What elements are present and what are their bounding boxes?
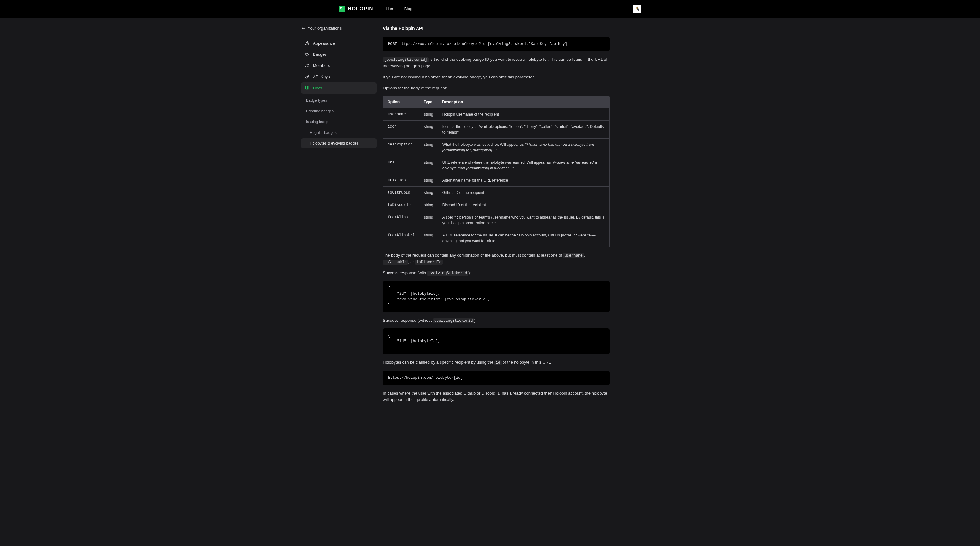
table-row: toGithubIdstringGithub ID of the recipie…: [383, 186, 610, 199]
sidebar-item-label: API Keys: [313, 74, 329, 80]
cell-description: Holopin username of the recipient: [438, 108, 609, 120]
sidebar-item-badges[interactable]: Badges: [301, 49, 377, 60]
cell-description: What the holobyte was issued for. Will a…: [438, 138, 609, 156]
users-icon: [305, 63, 310, 68]
avatar[interactable]: 🐧: [633, 5, 641, 13]
sidebar-item-label: Badges: [313, 51, 327, 58]
paragraph-options-intro: Options for the body of the request:: [383, 85, 610, 92]
cell-description: URL reference of where the holobyte was …: [438, 156, 609, 174]
cell-description: A specific person's or team's (user)name…: [438, 211, 609, 229]
subnav-regular-badges[interactable]: Regular badges: [301, 127, 377, 138]
table-row: usernamestringHolopin username of the re…: [383, 108, 610, 120]
th-description: Description: [438, 96, 609, 108]
table-row: toDiscordIdstringDiscord ID of the recip…: [383, 199, 610, 211]
cell-option: fromAlias: [383, 211, 419, 229]
inline-code: id: [495, 360, 501, 365]
code-claim-url: https://holopin.com/holobyte/[id]: [383, 371, 610, 385]
top-header: HOLOPIN Home Blog 🐧: [0, 0, 980, 17]
paragraph-auto-profile: In cases where the user with the associa…: [383, 390, 610, 403]
code-api-endpoint: POST https://www.holopin.io/api/holobyte…: [383, 37, 610, 51]
cell-option: urlAlias: [383, 174, 419, 186]
paragraph-claim: Holobytes can be claimed by a specific r…: [383, 359, 610, 366]
subnav-creating-badges[interactable]: Creating badges: [301, 106, 377, 116]
logo-icon: [339, 6, 345, 12]
cell-description: Github ID of the recipient: [438, 186, 609, 199]
book-icon: [305, 85, 310, 90]
table-row: urlAliasstringAlternative name for the U…: [383, 174, 610, 186]
options-table: Option Type Description usernamestringHo…: [383, 96, 610, 247]
inline-code: evolvingStickerid: [433, 318, 474, 324]
inline-code: toDiscordId: [415, 260, 442, 265]
paragraph-success-without: Success response (without evolvingSticke…: [383, 317, 610, 324]
table-row: urlstringURL reference of where the holo…: [383, 156, 610, 174]
th-option: Option: [383, 96, 419, 108]
table-row: fromAliasstringA specific person's or te…: [383, 211, 610, 229]
main-content: Via the Holopin API POST https://www.hol…: [383, 25, 610, 426]
back-link[interactable]: Your organizations: [301, 25, 377, 32]
svg-point-1: [306, 64, 307, 65]
cell-type: string: [419, 229, 438, 247]
nav-blog[interactable]: Blog: [404, 6, 412, 12]
inline-code: [evolvingStickerid]: [383, 57, 428, 62]
cell-option: toDiscordId: [383, 199, 419, 211]
cell-option: fromAliasUrl: [383, 229, 419, 247]
cell-type: string: [419, 138, 438, 156]
paragraph-body-combo: The body of the request can contain any …: [383, 252, 610, 265]
sidebar-item-appearance[interactable]: Appearance: [301, 38, 377, 49]
cell-description: Icon for the holobyte. Available options…: [438, 120, 609, 138]
avatar-emoji: 🐧: [635, 6, 640, 12]
sidebar-item-docs[interactable]: Docs: [301, 83, 377, 94]
subnav-badge-types[interactable]: Badge types: [301, 95, 377, 105]
paragraph-success-with: Success response (with evolvingStickerid…: [383, 270, 610, 276]
inline-code: username: [563, 253, 584, 258]
cell-option: toGithubId: [383, 186, 419, 199]
cell-option: url: [383, 156, 419, 174]
subnav-holobytes-evolving[interactable]: Holobytes & evolving badges: [301, 138, 377, 148]
code-response-with: { "id": [holobyteId], "evolvingStickerId…: [383, 281, 610, 313]
nav-home[interactable]: Home: [386, 6, 397, 12]
brand-name: HOLOPIN: [348, 5, 373, 13]
cell-description: Alternative name for the URL reference: [438, 174, 609, 186]
svg-point-3: [305, 76, 307, 78]
paragraph-evolving-id: [evolvingStickerid] is the id of the evo…: [383, 56, 610, 70]
th-type: Type: [419, 96, 438, 108]
cell-description: Discord ID of the recipient: [438, 199, 609, 211]
sidebar-item-label: Appearance: [313, 40, 335, 47]
table-row: iconstringIcon for the holobyte. Availab…: [383, 120, 610, 138]
tag-icon: [305, 52, 310, 57]
sidebar-item-members[interactable]: Members: [301, 60, 377, 71]
cell-option: icon: [383, 120, 419, 138]
sidebar-item-label: Docs: [313, 85, 322, 91]
cell-type: string: [419, 174, 438, 186]
cell-type: string: [419, 156, 438, 174]
back-link-label: Your organizations: [308, 25, 342, 32]
cell-type: string: [419, 211, 438, 229]
sidebar-item-label: Members: [313, 63, 330, 69]
subnav-issuing-badges[interactable]: Issuing badges: [301, 117, 377, 127]
page-title: Via the Holopin API: [383, 25, 610, 32]
paragraph-omit: If you are not issuing a holobyte for an…: [383, 74, 610, 81]
cell-option: username: [383, 108, 419, 120]
sparkle-icon: [305, 41, 310, 46]
cell-description: A URL reference for the issuer. It can b…: [438, 229, 609, 247]
table-row: fromAliasUrlstringA URL reference for th…: [383, 229, 610, 247]
table-row: descriptionstringWhat the holobyte was i…: [383, 138, 610, 156]
cell-type: string: [419, 199, 438, 211]
brand-logo[interactable]: HOLOPIN: [339, 5, 373, 13]
cell-option: description: [383, 138, 419, 156]
inline-code: evolvingStickerid: [427, 271, 468, 276]
sidebar: Your organizations Appearance Badges Mem…: [301, 25, 383, 426]
code-response-without: { "id": [holobyteId], }: [383, 329, 610, 354]
cell-type: string: [419, 108, 438, 120]
cell-type: string: [419, 186, 438, 199]
key-icon: [305, 74, 310, 79]
svg-point-0: [306, 53, 306, 54]
inline-code: toGithubId: [383, 260, 408, 265]
svg-point-2: [308, 64, 309, 65]
cell-type: string: [419, 120, 438, 138]
sidebar-item-apikeys[interactable]: API Keys: [301, 71, 377, 83]
arrow-left-icon: [301, 26, 306, 31]
